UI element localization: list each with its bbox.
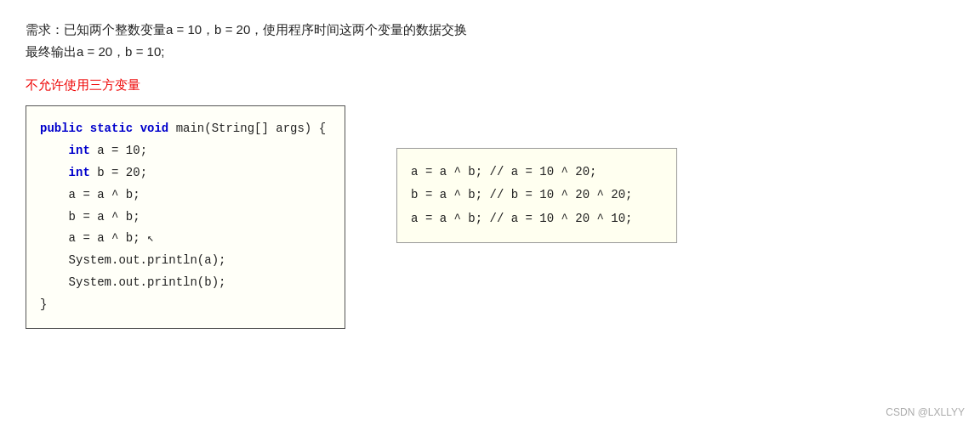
cursor-icon: ↖ [147, 232, 154, 245]
comment-box: a = a ^ b; // a = 10 ^ 20; b = a ^ b; //… [396, 148, 677, 243]
footer-label: CSDN @LXLLYY [886, 406, 965, 418]
comment-text-1: a = a ^ b; // a = 10 ^ 20; [411, 165, 596, 178]
desc-line1: 需求：已知两个整数变量a = 10，b = 20，使用程序时间这两个变量的数据交… [26, 19, 954, 41]
code-line-2: int a = 10; [40, 140, 326, 162]
comment-text-3: a = a ^ b; // a = 10 ^ 20 ^ 10; [411, 212, 632, 225]
desc-line2: 最终输出a = 20，b = 10; [26, 41, 954, 63]
code-area: public static void main(String[] args) {… [26, 105, 954, 329]
code-close-brace: } [40, 298, 47, 311]
code-xor1: a = a ^ b; [40, 188, 140, 201]
description: 需求：已知两个整数变量a = 10，b = 20，使用程序时间这两个变量的数据交… [26, 19, 954, 62]
code-println-a: System.out.println(a); [40, 253, 225, 267]
code-xor2: b = a ^ b; [40, 210, 140, 224]
code-line-8: System.out.println(b); [40, 272, 326, 294]
code-line-7: System.out.println(a); [40, 250, 326, 272]
code-println-b: System.out.println(b); [40, 275, 225, 289]
code-a-init: a = 10; [90, 144, 147, 157]
code-line-9: } [40, 294, 326, 316]
indent2 [40, 166, 69, 179]
kw-static: static [90, 122, 140, 135]
kw-public: public [40, 122, 90, 135]
kw-int2: int [69, 166, 90, 179]
code-main-sig: main(String[] args) { [168, 122, 326, 135]
main-code-box: public static void main(String[] args) {… [26, 105, 345, 329]
kw-int1: int [69, 144, 90, 157]
comment-line-3: a = a ^ b; // a = 10 ^ 20 ^ 10; [411, 207, 658, 230]
code-line-5: b = a ^ b; [40, 207, 326, 229]
code-xor3: a = a ^ b; [40, 231, 147, 245]
comment-line-1: a = a ^ b; // a = 10 ^ 20; [411, 161, 658, 184]
code-line-6: a = a ^ b; ↖ [40, 228, 326, 250]
code-b-init: b = 20; [90, 166, 147, 179]
kw-void: void [140, 122, 169, 135]
code-line-1: public static void main(String[] args) { [40, 118, 326, 140]
comment-line-2: b = a ^ b; // b = 10 ^ 20 ^ 20; [411, 184, 658, 207]
indent1 [40, 144, 69, 157]
page-content: 需求：已知两个整数变量a = 10，b = 20，使用程序时间这两个变量的数据交… [0, 0, 980, 337]
code-line-4: a = a ^ b; [40, 184, 326, 207]
code-line-3: int b = 20; [40, 162, 326, 184]
restriction-label: 不允许使用三方变量 [26, 77, 954, 94]
comment-text-2: b = a ^ b; // b = 10 ^ 20 ^ 20; [411, 188, 632, 201]
